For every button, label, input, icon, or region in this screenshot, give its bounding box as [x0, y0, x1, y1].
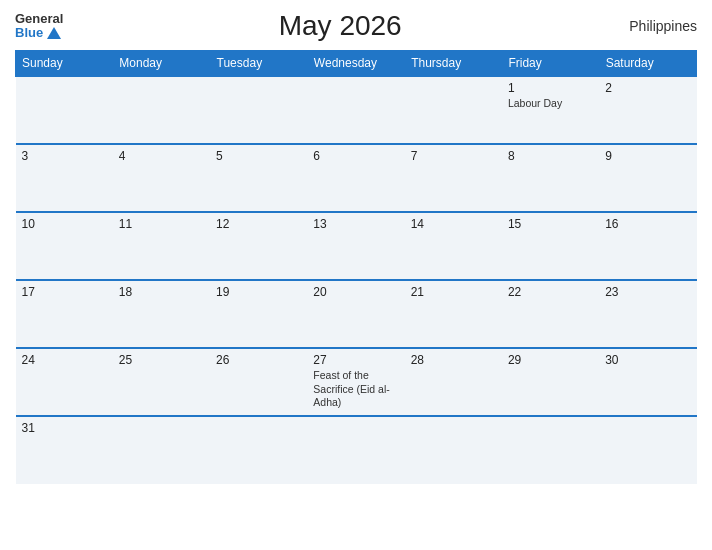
col-friday: Friday: [502, 51, 599, 77]
calendar-cell: 23: [599, 280, 696, 348]
day-number: 13: [313, 217, 398, 231]
calendar-cell: [502, 416, 599, 484]
day-number: 26: [216, 353, 301, 367]
day-number: 8: [508, 149, 593, 163]
day-number: 15: [508, 217, 593, 231]
calendar-week-row: 17181920212223: [16, 280, 697, 348]
day-number: 24: [22, 353, 107, 367]
calendar-cell: 10: [16, 212, 113, 280]
calendar-cell: 24: [16, 348, 113, 416]
calendar-cell: 5: [210, 144, 307, 212]
day-number: 19: [216, 285, 301, 299]
calendar-week-row: 10111213141516: [16, 212, 697, 280]
calendar-cell: 31: [16, 416, 113, 484]
logo: General Blue: [15, 12, 63, 41]
day-number: 11: [119, 217, 204, 231]
calendar-cell: 20: [307, 280, 404, 348]
day-number: 30: [605, 353, 690, 367]
calendar-cell: 12: [210, 212, 307, 280]
weekday-header-row: Sunday Monday Tuesday Wednesday Thursday…: [16, 51, 697, 77]
calendar-cell: 13: [307, 212, 404, 280]
day-event: Feast of the Sacrifice (Eid al-Adha): [313, 369, 398, 410]
calendar-cell: [599, 416, 696, 484]
calendar-cell: 14: [405, 212, 502, 280]
day-number: 3: [22, 149, 107, 163]
calendar-cell: [210, 76, 307, 144]
calendar-cell: 16: [599, 212, 696, 280]
day-number: 20: [313, 285, 398, 299]
day-number: 23: [605, 285, 690, 299]
calendar-cell: [113, 416, 210, 484]
day-number: 28: [411, 353, 496, 367]
day-number: 5: [216, 149, 301, 163]
day-number: 10: [22, 217, 107, 231]
logo-triangle-icon: [47, 27, 61, 39]
calendar-cell: 26: [210, 348, 307, 416]
calendar-week-row: 3456789: [16, 144, 697, 212]
calendar-title: May 2026: [63, 10, 617, 42]
day-number: 2: [605, 81, 690, 95]
calendar-cell: 19: [210, 280, 307, 348]
day-number: 18: [119, 285, 204, 299]
col-wednesday: Wednesday: [307, 51, 404, 77]
day-number: 14: [411, 217, 496, 231]
calendar-cell: 11: [113, 212, 210, 280]
day-number: 4: [119, 149, 204, 163]
calendar-cell: 3: [16, 144, 113, 212]
day-number: 29: [508, 353, 593, 367]
calendar-week-row: 31: [16, 416, 697, 484]
calendar-cell: [307, 416, 404, 484]
day-number: 25: [119, 353, 204, 367]
calendar-cell: 17: [16, 280, 113, 348]
col-monday: Monday: [113, 51, 210, 77]
calendar-page: General Blue May 2026 Philippines Sunday…: [0, 0, 712, 550]
day-event: Labour Day: [508, 97, 593, 111]
calendar-cell: 21: [405, 280, 502, 348]
calendar-cell: 1Labour Day: [502, 76, 599, 144]
calendar-cell: 15: [502, 212, 599, 280]
calendar-cell: 28: [405, 348, 502, 416]
calendar-cell: [113, 76, 210, 144]
day-number: 16: [605, 217, 690, 231]
calendar-cell: [16, 76, 113, 144]
calendar-week-row: 24252627Feast of the Sacrifice (Eid al-A…: [16, 348, 697, 416]
calendar-cell: 29: [502, 348, 599, 416]
day-number: 22: [508, 285, 593, 299]
calendar-cell: [210, 416, 307, 484]
day-number: 27: [313, 353, 398, 367]
calendar-cell: 18: [113, 280, 210, 348]
day-number: 6: [313, 149, 398, 163]
day-number: 21: [411, 285, 496, 299]
calendar-cell: 25: [113, 348, 210, 416]
calendar-cell: 27Feast of the Sacrifice (Eid al-Adha): [307, 348, 404, 416]
calendar-cell: 8: [502, 144, 599, 212]
day-number: 7: [411, 149, 496, 163]
calendar-cell: [307, 76, 404, 144]
calendar-cell: 6: [307, 144, 404, 212]
calendar-cell: 30: [599, 348, 696, 416]
col-thursday: Thursday: [405, 51, 502, 77]
calendar-cell: 2: [599, 76, 696, 144]
day-number: 31: [22, 421, 107, 435]
col-sunday: Sunday: [16, 51, 113, 77]
day-number: 17: [22, 285, 107, 299]
calendar-table: Sunday Monday Tuesday Wednesday Thursday…: [15, 50, 697, 484]
logo-blue-text: Blue: [15, 26, 63, 40]
calendar-cell: [405, 76, 502, 144]
col-saturday: Saturday: [599, 51, 696, 77]
calendar-cell: 22: [502, 280, 599, 348]
calendar-cell: [405, 416, 502, 484]
calendar-cell: 4: [113, 144, 210, 212]
col-tuesday: Tuesday: [210, 51, 307, 77]
logo-general-text: General: [15, 12, 63, 26]
day-number: 9: [605, 149, 690, 163]
day-number: 12: [216, 217, 301, 231]
calendar-header: General Blue May 2026 Philippines: [15, 10, 697, 42]
calendar-week-row: 1Labour Day2: [16, 76, 697, 144]
calendar-cell: 9: [599, 144, 696, 212]
calendar-country: Philippines: [617, 18, 697, 34]
calendar-cell: 7: [405, 144, 502, 212]
day-number: 1: [508, 81, 593, 95]
